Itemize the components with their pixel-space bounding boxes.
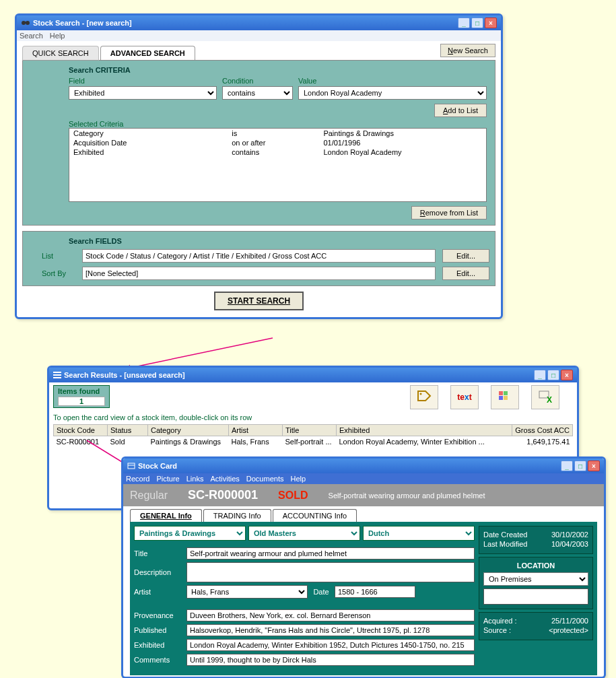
menu-help[interactable]: Help bbox=[50, 32, 65, 40]
svg-rect-9 bbox=[499, 391, 503, 395]
menu-links[interactable]: Links bbox=[186, 475, 204, 483]
svg-rect-6 bbox=[53, 377, 61, 378]
condition-select[interactable]: contains bbox=[222, 86, 293, 100]
acquired-value: 25/11/2000 bbox=[551, 617, 588, 625]
menu-help[interactable]: Help bbox=[290, 475, 306, 483]
svg-rect-12 bbox=[504, 396, 508, 400]
tag-icon[interactable] bbox=[410, 385, 438, 409]
menu-record[interactable]: Record bbox=[126, 475, 149, 483]
artist-label: Artist bbox=[134, 588, 186, 596]
list-item[interactable]: Acquisition Date on or after 01/01/1996 bbox=[69, 138, 486, 147]
tab-accounting-info[interactable]: ACCOUNTING Info bbox=[273, 509, 357, 522]
stock-search-window: Stock Search - [new search] _ □ × Search… bbox=[15, 13, 503, 319]
col-stock-code[interactable]: Stock Code bbox=[54, 425, 108, 436]
description-field[interactable] bbox=[186, 562, 475, 582]
date-label: Date bbox=[308, 588, 335, 596]
results-titlebar[interactable]: Search Results - [unsaved search] _ □ × bbox=[49, 368, 577, 382]
provenance-field[interactable]: Duveen Brothers, New York, ex. col. Bern… bbox=[186, 609, 475, 621]
menu-activities[interactable]: Activities bbox=[210, 475, 239, 483]
binoculars-icon bbox=[21, 19, 30, 27]
close-button[interactable]: × bbox=[485, 18, 497, 28]
minimize-button[interactable]: _ bbox=[534, 370, 546, 380]
title-field[interactable]: Self-portrait wearing armour and plumed … bbox=[186, 547, 475, 560]
list-icon bbox=[53, 371, 61, 379]
selected-criteria-list[interactable]: Category is Paintings & Drawings Acquisi… bbox=[69, 128, 487, 202]
svg-point-8 bbox=[420, 393, 422, 395]
status-badge: SOLD bbox=[278, 489, 308, 502]
new-search-button[interactable]: New Search bbox=[440, 44, 495, 57]
source-label: Source : bbox=[483, 626, 511, 634]
location-title: LOCATION bbox=[483, 562, 588, 570]
minimize-button[interactable]: _ bbox=[561, 461, 573, 471]
remove-from-list-button[interactable]: Remove from List bbox=[411, 206, 487, 219]
menu-search[interactable]: Search bbox=[20, 32, 43, 40]
menu-picture[interactable]: Picture bbox=[156, 475, 179, 483]
items-found-box: Items found 1 bbox=[53, 385, 110, 408]
search-tabs: QUICK SEARCH ADVANCED SEARCH New Search bbox=[22, 45, 495, 60]
excel-export-icon[interactable]: X bbox=[531, 385, 559, 409]
list-item[interactable]: Exhibited contains London Royal Academy bbox=[69, 147, 486, 157]
stock-search-titlebar[interactable]: Stock Search - [new search] _ □ × bbox=[17, 15, 501, 30]
svg-marker-7 bbox=[418, 391, 430, 401]
svg-rect-4 bbox=[53, 372, 61, 373]
col-gross-cost[interactable]: Gross Cost ACC bbox=[512, 425, 573, 436]
exhibited-label: Exhibited bbox=[134, 641, 186, 649]
category1-select[interactable]: Paintings & Drawings bbox=[134, 526, 246, 541]
close-button[interactable]: × bbox=[588, 461, 600, 471]
col-title[interactable]: Title bbox=[283, 425, 337, 436]
card-titlebar[interactable]: Stock Card _ □ × bbox=[123, 459, 604, 473]
date-field[interactable]: 1580 - 1666 bbox=[335, 586, 415, 598]
table-row[interactable]: SC-R000001 Sold Paintings & Drawings Hal… bbox=[54, 436, 573, 448]
location-note[interactable] bbox=[483, 588, 588, 605]
col-category[interactable]: Category bbox=[148, 425, 229, 436]
list-label: List bbox=[42, 252, 75, 260]
category3-select[interactable]: Dutch bbox=[363, 526, 475, 541]
card-main: Paintings & Drawings Old Masters Dutch T… bbox=[130, 522, 597, 675]
field-select[interactable]: Exhibited bbox=[69, 86, 217, 100]
tab-advanced-search[interactable]: ADVANCED SEARCH bbox=[100, 46, 195, 60]
value-select[interactable]: London Royal Academy bbox=[298, 86, 487, 100]
header-description: Self-portrait wearing armour and plumed … bbox=[329, 491, 485, 500]
list-item[interactable]: Category is Paintings & Drawings bbox=[69, 129, 486, 138]
fields-heading: Search FIELDS bbox=[69, 237, 489, 245]
window-title: Search Results - [unsaved search] bbox=[64, 371, 534, 379]
tab-quick-search[interactable]: QUICK SEARCH bbox=[22, 46, 99, 61]
start-search-button[interactable]: START SEARCH bbox=[214, 292, 304, 310]
location-select[interactable]: On Premises bbox=[483, 572, 588, 586]
published-field[interactable]: Halsoverkop, Hendrik, "Frans Hals and hi… bbox=[186, 624, 475, 636]
card-menubar: Record Picture Links Activities Document… bbox=[123, 473, 604, 484]
col-status[interactable]: Status bbox=[108, 425, 148, 436]
tab-general-info[interactable]: GENERAL Info bbox=[130, 509, 202, 522]
field-label: Field bbox=[69, 77, 217, 85]
maximize-button[interactable]: □ bbox=[574, 461, 586, 471]
published-label: Published bbox=[134, 626, 186, 634]
source-value: <protected> bbox=[549, 626, 588, 634]
close-button[interactable]: × bbox=[561, 370, 573, 380]
exhibited-field[interactable]: London Royal Academy, Winter Exhibition … bbox=[186, 639, 475, 651]
grid-icon[interactable] bbox=[491, 385, 519, 409]
comments-field[interactable]: Until 1999, thought to be by Dirck Hals bbox=[186, 654, 475, 666]
card-tabs: GENERAL Info TRADING Info ACCOUNTING Inf… bbox=[130, 509, 597, 522]
card-icon bbox=[127, 462, 135, 470]
artist-select[interactable]: Hals, Frans bbox=[186, 585, 308, 599]
list-field[interactable]: Stock Code / Status / Category / Artist … bbox=[82, 249, 436, 263]
date-created-value: 30/10/2002 bbox=[551, 531, 588, 539]
condition-label: Condition bbox=[222, 77, 293, 85]
sortby-label: Sort By bbox=[42, 269, 75, 277]
maximize-button[interactable]: □ bbox=[471, 18, 483, 28]
col-exhibited[interactable]: Exhibited bbox=[337, 425, 512, 436]
add-to-list-button[interactable]: Add to List bbox=[434, 104, 487, 117]
edit-list-button[interactable]: Edit... bbox=[442, 249, 489, 263]
col-artist[interactable]: Artist bbox=[229, 425, 283, 436]
category2-select[interactable]: Old Masters bbox=[248, 526, 360, 541]
maximize-button[interactable]: □ bbox=[547, 370, 559, 380]
tab-trading-info[interactable]: TRADING Info bbox=[203, 509, 271, 522]
svg-rect-11 bbox=[499, 396, 503, 400]
results-hint: To open the card view of a stock item, d… bbox=[53, 413, 573, 421]
minimize-button[interactable]: _ bbox=[458, 18, 470, 28]
edit-sortby-button[interactable]: Edit... bbox=[442, 267, 489, 280]
text-search-icon[interactable]: text bbox=[450, 385, 479, 409]
menu-documents[interactable]: Documents bbox=[246, 475, 284, 483]
sortby-field[interactable]: [None Selected] bbox=[82, 267, 436, 280]
svg-rect-2 bbox=[24, 22, 27, 23]
